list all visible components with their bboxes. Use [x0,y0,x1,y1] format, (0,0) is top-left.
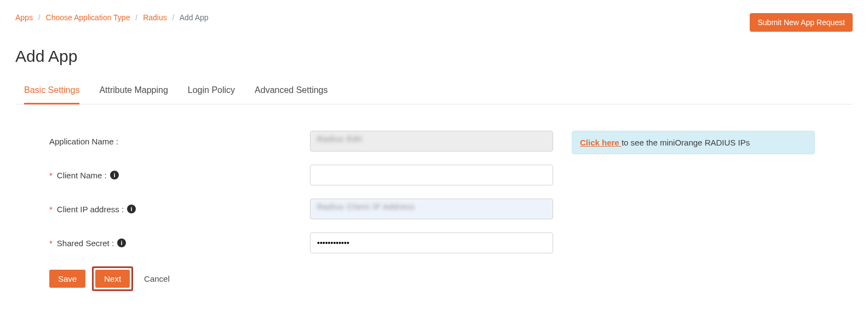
svg-text:i: i [131,206,133,212]
tab-login-policy[interactable]: Login Policy [188,79,235,104]
info-icon[interactable]: i [127,205,136,213]
tab-advanced-settings[interactable]: Advanced Settings [255,79,327,104]
breadcrumb-current: Add App [180,13,209,22]
breadcrumb: Apps / Choose Application Type / Radius … [15,13,209,22]
info-icon[interactable]: i [110,171,119,179]
tab-basic-settings[interactable]: Basic Settings [24,79,79,104]
application-name-label: Application Name : [49,137,310,146]
save-button[interactable]: Save [49,270,85,288]
client-name-label: *Client Name : i [49,171,310,180]
shared-secret-label: *Shared Secret : i [49,239,310,248]
breadcrumb-sep: / [35,13,44,22]
page-title: Add App [15,47,853,66]
tab-attribute-mapping[interactable]: Attribute Mapping [99,79,168,104]
client-ip-label: *Client IP address : i [49,205,310,214]
submit-new-app-request-button[interactable]: Submit New App Request [750,13,853,32]
breadcrumb-sep: / [169,13,178,22]
click-here-link[interactable]: Click here [580,138,622,147]
info-icon[interactable]: i [117,239,126,247]
breadcrumb-apps[interactable]: Apps [15,13,33,22]
tabs: Basic Settings Attribute Mapping Login P… [15,79,853,104]
svg-text:i: i [113,172,115,178]
next-button[interactable]: Next [95,270,130,288]
client-name-input[interactable] [310,165,553,185]
svg-text:i: i [121,240,123,246]
shared-secret-input[interactable] [310,232,553,253]
application-name-field: Radius Edit [310,131,553,152]
client-ip-input[interactable]: Radius Client IP Address [310,199,553,219]
radius-ips-text: to see the miniOrange RADIUS IPs [622,138,750,147]
next-button-highlight: Next [92,266,133,291]
radius-ips-info: Click here to see the miniOrange RADIUS … [572,131,815,154]
breadcrumb-radius[interactable]: Radius [143,13,167,22]
breadcrumb-choose-type[interactable]: Choose Application Type [46,13,130,22]
cancel-link[interactable]: Cancel [144,274,170,283]
breadcrumb-sep: / [132,13,141,22]
